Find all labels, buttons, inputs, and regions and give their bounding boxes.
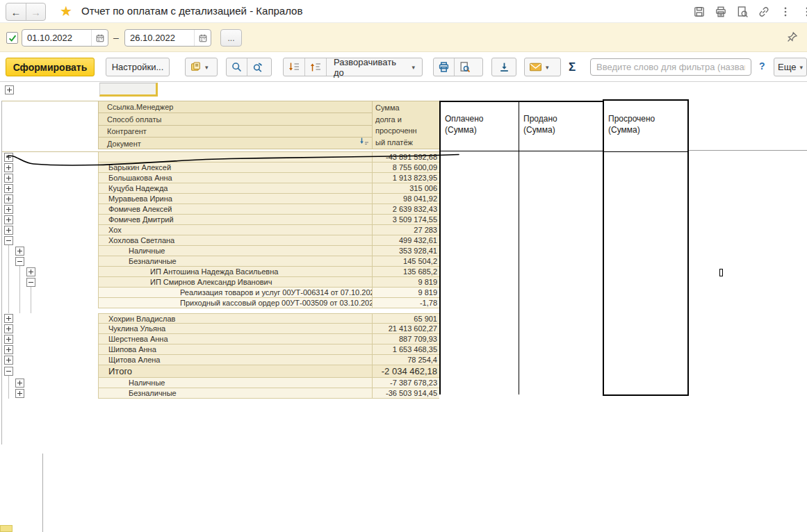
expand-row-button[interactable] [4,356,13,365]
header-cell-counterparty[interactable]: Контрагент [98,126,372,138]
collapse-row-button[interactable] [4,236,13,245]
row-name-cell[interactable]: Хохрин Владислав [98,313,372,324]
row-value-cell[interactable]: 27 283 [372,225,439,235]
row-name-cell[interactable]: Фомичев Дмитрий [98,215,372,225]
forward-button[interactable]: → [26,3,45,20]
row-name-cell[interactable]: ИП Смирнов Александр Иванович [98,277,372,288]
send-email-button[interactable]: ▾ [524,58,561,76]
row-value-cell[interactable]: 98 041,92 [372,194,439,204]
row-value-cell[interactable]: 499 432,61 [372,235,439,246]
expand-row-button[interactable] [4,314,13,323]
collapse-row-button[interactable] [4,367,13,376]
row-value-cell[interactable]: 3 509 174,55 [372,215,439,225]
header-cell-document[interactable]: Документ [98,138,372,149]
settings-button[interactable]: Настройки... [106,58,170,76]
favorite-star-icon[interactable]: ★ [60,3,72,19]
row-value-cell[interactable]: -43 891 592,68 [372,152,439,163]
generate-button[interactable]: Сформировать [6,58,95,76]
row-value-cell[interactable]: 1 653 468,35 [372,344,439,355]
row-value-cell[interactable]: 78 254,4 [372,355,439,365]
expand-row-button[interactable] [26,267,35,276]
header-cell-debt-sum[interactable]: Сумма долга и просроченн ый платёж [372,101,439,149]
row-value-cell[interactable]: 353 928,41 [372,246,439,256]
expand-row-button[interactable] [4,153,13,162]
row-name-cell[interactable]: Чуклина Ульяна [98,324,372,334]
quick-filter-input[interactable] [591,59,751,75]
row-name-cell[interactable]: Фомичев Алексей [98,204,372,215]
expand-row-button[interactable] [15,389,24,398]
row-value-cell[interactable]: 135 685,2 [372,267,439,277]
expand-row-button[interactable] [4,163,13,172]
date-to-calendar-button[interactable] [194,30,211,46]
row-name-cell[interactable]: Барыкин Алексей [98,163,372,173]
row-name-cell[interactable]: Хохлова Светлана [98,235,372,246]
row-name-cell[interactable]: Приходный кассовый ордер 00УТ-003509 от … [98,298,372,308]
save-button[interactable] [692,5,706,18]
row-value-cell[interactable]: 65 901 [372,313,439,324]
expand-row-button[interactable] [4,226,13,235]
expand-row-button[interactable] [4,194,13,203]
header-cell-manager[interactable]: Ссылка.Менеджер [98,101,372,113]
more-menu-button[interactable] [779,5,792,18]
column-header-sold[interactable]: Продано (Сумма) [519,102,604,151]
row-value-cell[interactable]: 145 504,2 [372,256,439,267]
row-name-cell[interactable]: Куцуба Надежда [98,183,372,194]
collapse-levels-button[interactable] [304,58,326,76]
back-button[interactable]: ← [6,3,26,20]
preview-button[interactable] [735,5,749,18]
pin-icon[interactable] [785,31,799,47]
row-value-cell[interactable]: -7 387 678,23 [372,378,439,388]
date-from-input[interactable] [22,33,91,43]
row-name-cell[interactable]: Наличные [98,378,372,388]
row-value-cell[interactable]: 1 913 823,95 [372,173,439,183]
more-actions-button[interactable]: Еще ▾ [774,58,807,76]
expand-levels-button[interactable] [284,58,304,76]
collapse-row-button[interactable] [15,257,24,266]
row-value-cell[interactable]: -36 503 914,45 [372,388,439,399]
row-name-cell[interactable]: Большакова Анна [98,173,372,183]
row-value-cell[interactable]: 8 755 600,09 [372,163,439,173]
print-button[interactable] [714,5,727,18]
row-name-cell[interactable]: Муравьева Ирина [98,194,372,204]
row-name-cell[interactable]: Наличные [98,246,372,256]
print-report-button[interactable] [434,58,454,76]
period-checkbox[interactable] [6,32,18,44]
row-name-cell[interactable]: Реализация товаров и услуг 00УТ-006314 о… [98,288,372,298]
current-cell-cursor[interactable] [99,83,158,97]
row-value-cell[interactable]: 9 819 [372,277,439,288]
expand-row-button[interactable] [4,345,13,354]
row-name-cell[interactable]: Безналичные [98,256,372,267]
column-header-overdue[interactable]: Просрочено (Сумма) [604,101,687,152]
cancel-search-button[interactable] [247,58,268,76]
expand-to-dropdown[interactable]: Разворачивать до ▾ [326,58,422,76]
expand-row-button[interactable] [4,174,13,183]
expand-row-button[interactable] [4,215,13,224]
date-from-calendar-button[interactable] [91,30,108,46]
expand-row-button[interactable] [4,335,13,344]
help-link[interactable]: ? [759,60,765,72]
row-value-cell[interactable]: 2 639 832,43 [372,204,439,215]
expand-row-button[interactable] [4,324,13,333]
row-value-cell[interactable]: 21 413 602,27 [372,324,439,334]
row-name-cell[interactable]: Безналичные [98,388,372,399]
row-name-cell[interactable]: Шипова Анна [98,344,372,355]
header-cell-payment-method[interactable]: Способ оплаты [98,113,372,126]
search-button[interactable] [227,58,247,76]
more-menu-button-clipped[interactable] [800,5,807,18]
save-result-button[interactable] [491,58,516,76]
row-value-cell[interactable]: 315 006 [372,183,439,194]
report-variants-button[interactable]: ▾ [185,58,218,76]
row-value-cell[interactable]: -2 034 462,18 [372,365,439,378]
row-name-cell[interactable]: ИП Антошина Надежда Васильевна [98,267,372,277]
expand-row-button[interactable] [4,205,13,214]
collapse-row-button[interactable] [26,278,35,287]
link-button[interactable] [757,5,770,18]
row-value-cell[interactable]: -1,78 [372,298,439,308]
period-options-button[interactable]: ... [220,29,242,47]
row-name-cell[interactable]: Шерстнева Анна [98,334,372,344]
expand-row-button[interactable] [4,184,13,193]
row-value-cell[interactable]: 887 709,93 [372,334,439,344]
row-name-cell[interactable]: Итого [98,365,372,378]
expand-row-button[interactable] [15,379,24,388]
column-header-paid[interactable]: Оплачено (Сумма) [441,102,519,151]
